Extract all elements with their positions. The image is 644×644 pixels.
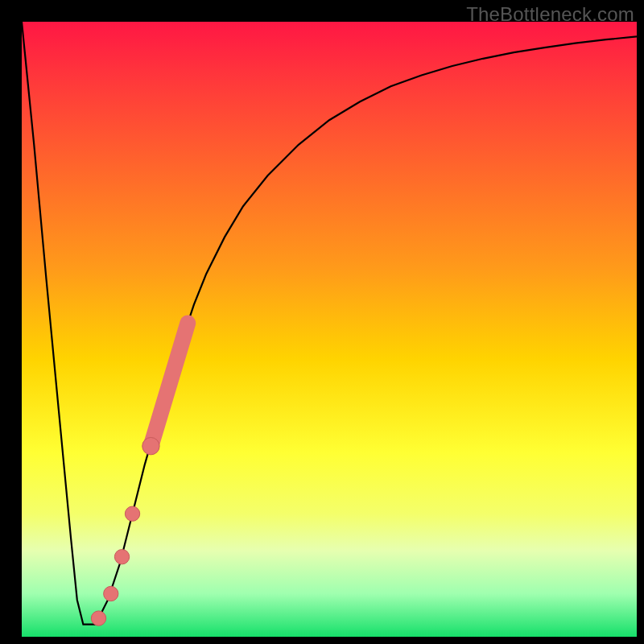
chart-frame: TheBottleneck.com [0, 0, 644, 644]
gradient-background [22, 22, 637, 637]
bottleneck-chart [22, 22, 637, 637]
plot-area [22, 22, 637, 637]
highlight-point [125, 506, 139, 521]
highlight-point [91, 611, 105, 625]
highlight-point [142, 437, 159, 454]
highlight-point [114, 550, 129, 564]
highlight-point [104, 586, 118, 601]
watermark-text: TheBottleneck.com [466, 3, 634, 26]
